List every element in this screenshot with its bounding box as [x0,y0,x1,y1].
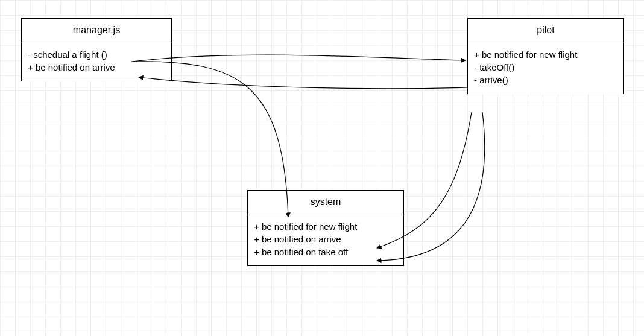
class-member: - arrive() [474,74,617,86]
diagram-canvas: manager.js - schedual a flight () + be n… [0,0,644,336]
class-member: + be notified for new flight [474,48,617,61]
class-body-system: + be notified for new flight + be notifi… [248,215,403,265]
class-member: + be notified on arrive [28,61,165,74]
class-title-system: system [248,191,403,215]
class-member: + be notified on arrive [254,233,397,246]
class-title-manager: manager.js [22,19,171,43]
class-member: + be notified for new flight [254,220,397,233]
class-title-pilot: pilot [468,19,623,43]
class-body-pilot: + be notified for new flight - takeOff()… [468,43,623,94]
class-member: - takeOff() [474,61,617,74]
class-body-manager: - schedual a flight () + be notified on … [22,43,171,81]
edge-pilot-arrive-to-manager-notify [139,77,467,89]
class-box-system: system + be notified for new flight + be… [247,190,404,266]
class-member: - schedual a flight () [28,48,165,61]
class-box-pilot: pilot + be notified for new flight - tak… [467,18,624,94]
class-member: + be notified on take off [254,246,397,258]
edge-manager-schedule-to-pilot-notify [131,55,466,62]
class-box-manager: manager.js - schedual a flight () + be n… [21,18,172,81]
